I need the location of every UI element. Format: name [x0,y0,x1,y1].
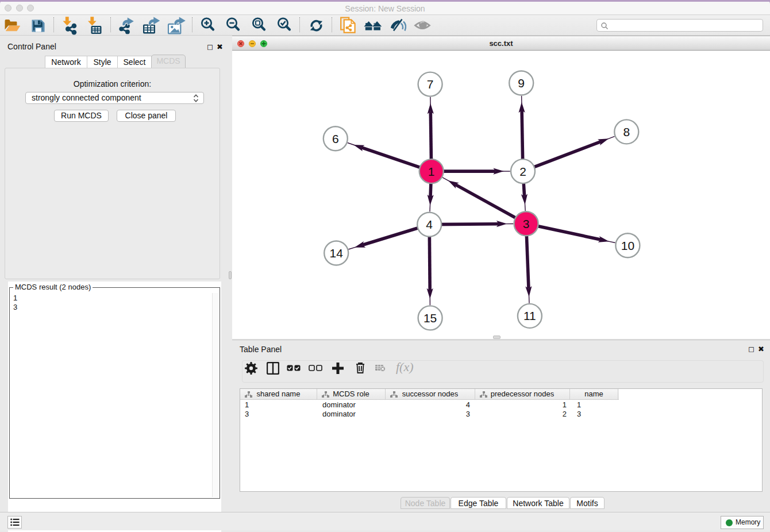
svg-text:7: 7 [427,78,434,91]
svg-text:2: 2 [519,165,526,178]
svg-text:3: 3 [523,217,530,230]
svg-text:6: 6 [332,132,339,145]
svg-text:9: 9 [518,76,525,90]
svg-text:4: 4 [426,218,433,231]
svg-text:10: 10 [621,239,634,252]
svg-text:11: 11 [523,309,536,322]
svg-text:1: 1 [428,165,435,178]
svg-text:14: 14 [330,246,344,260]
svg-text:8: 8 [623,125,630,138]
svg-text:15: 15 [424,311,437,325]
